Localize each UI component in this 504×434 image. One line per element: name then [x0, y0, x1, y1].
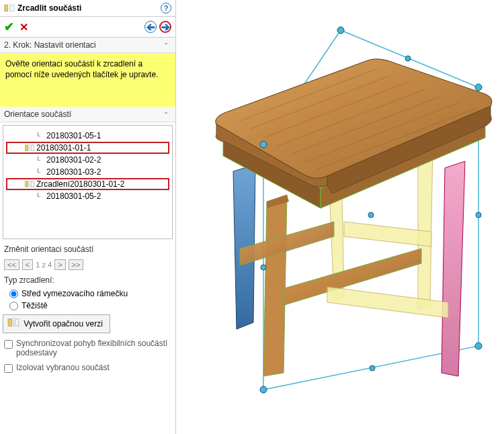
- hint-text: Ověřte orientaci součástí k zrcadlení a …: [0, 53, 175, 107]
- tree-item-label: 20180301-02-2: [46, 155, 101, 165]
- svg-rect-5: [31, 145, 34, 150]
- change-orientation-label: Změnit orientaci součástí: [0, 242, 175, 257]
- svg-marker-13: [418, 142, 433, 309]
- svg-point-38: [476, 212, 481, 218]
- chevron-up-icon: ⌃: [163, 111, 171, 118]
- prev-button[interactable]: <: [22, 259, 33, 270]
- svg-rect-11: [15, 319, 19, 327]
- panel-title: Zrcadlit součásti: [17, 3, 161, 13]
- tree-item-label: 20180301-05-1: [46, 131, 101, 140]
- pager-label: 1 z 4: [36, 261, 52, 269]
- first-button[interactable]: <<: [4, 259, 19, 270]
- mirror-type-label: Typ zrcadlení:: [0, 273, 175, 288]
- svg-point-41: [368, 212, 374, 218]
- svg-point-40: [261, 265, 266, 270]
- last-button[interactable]: >>: [69, 259, 84, 270]
- svg-rect-0: [5, 5, 8, 11]
- parts-tree: └20180301-05-120180301-01-1└20180301-02-…: [3, 125, 173, 239]
- tree-item-label: 20180301-01-1: [36, 143, 91, 153]
- ok-button[interactable]: ✔: [4, 19, 14, 34]
- orientation-header[interactable]: Orientace součástí ⌃: [0, 107, 175, 122]
- isolate-checkbox[interactable]: Izolovat vybranou součást: [0, 360, 175, 376]
- svg-rect-8: [31, 181, 34, 187]
- tree-branch-icon: └: [36, 193, 44, 200]
- svg-point-32: [337, 27, 344, 34]
- svg-rect-3: [26, 145, 28, 150]
- sync-checkbox[interactable]: Synchronizovat pohyb flexibilních součás…: [0, 336, 175, 360]
- tree-branch-icon: └: [36, 157, 44, 164]
- svg-rect-6: [26, 181, 28, 187]
- create-opposite-button[interactable]: Vytvořit opačnou verzi: [3, 314, 110, 333]
- help-icon[interactable]: ?: [161, 3, 171, 13]
- cancel-button[interactable]: ✕: [19, 21, 28, 34]
- mirror-feature-icon: [4, 3, 15, 13]
- svg-marker-16: [263, 195, 287, 376]
- tree-item[interactable]: Zrcadlení20180301-01-2: [6, 178, 169, 190]
- mirror-icon: [25, 144, 34, 152]
- mirror-icon: [7, 318, 19, 330]
- tree-item[interactable]: └20180301-03-2: [6, 166, 169, 178]
- tree-item-label: 20180301-05-2: [46, 191, 101, 201]
- svg-point-39: [370, 365, 375, 371]
- tree-item[interactable]: └20180301-02-2: [6, 154, 169, 166]
- svg-marker-14: [442, 161, 465, 376]
- svg-point-33: [475, 84, 482, 91]
- svg-point-37: [405, 56, 411, 61]
- prev-arrow-button[interactable]: 🡨: [144, 21, 157, 33]
- tree-item[interactable]: └20180301-05-1: [6, 130, 169, 142]
- radio-centroid[interactable]: Těžiště: [0, 300, 175, 312]
- 3d-viewport[interactable]: [176, 0, 504, 434]
- tree-item[interactable]: 20180301-01-1: [6, 142, 169, 154]
- svg-point-34: [475, 343, 482, 349]
- step-header[interactable]: 2. Krok: Nastavit orientaci ⌃: [0, 38, 175, 53]
- svg-rect-2: [11, 5, 14, 11]
- radio-bbox-center[interactable]: Střed vymezovacího rámečku: [0, 288, 175, 300]
- next-arrow-button[interactable]: 🡪: [159, 21, 171, 33]
- tree-item-label: Zrcadlení20180301-01-2: [36, 179, 124, 189]
- tree-item-label: 20180301-03-2: [46, 167, 101, 177]
- chevron-up-icon: ⌃: [163, 42, 171, 49]
- mirror-icon: [25, 180, 34, 188]
- svg-point-36: [260, 141, 267, 148]
- tree-item[interactable]: └20180301-05-2: [6, 190, 169, 202]
- next-button[interactable]: >: [54, 259, 65, 270]
- svg-rect-9: [8, 319, 11, 327]
- svg-point-35: [260, 386, 267, 393]
- tree-branch-icon: └: [36, 132, 44, 140]
- tree-branch-icon: └: [36, 169, 44, 176]
